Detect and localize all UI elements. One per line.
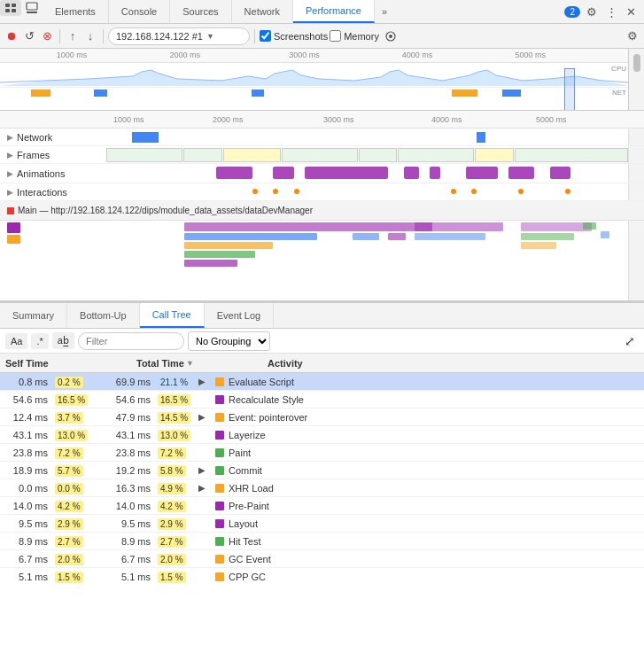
table-row[interactable]: 18.9 ms5.7 %19.2 ms5.8 %▶Commit <box>0 462 644 479</box>
filter-aa-button[interactable]: Aa <box>5 333 27 349</box>
screenshots-checkbox-label[interactable]: Screenshots <box>260 30 328 42</box>
total-time-ms: 23.8 ms <box>92 448 154 458</box>
call-tree-table: Self Time Total Time ▼ Activity 0.8 ms0.… <box>0 354 644 585</box>
table-row[interactable]: 6.7 ms2.0 %6.7 ms2.0 %GC Event <box>0 550 644 568</box>
track-network-label[interactable]: ▶ Network <box>0 132 106 143</box>
filter-case-button[interactable]: ab̲ <box>52 332 74 349</box>
expand-table-icon[interactable]: ⤢ <box>621 334 639 348</box>
more-tabs-button[interactable]: » <box>375 0 394 23</box>
settings-icon[interactable]: ⚙ <box>584 4 600 19</box>
th-self-time[interactable]: Self Time <box>0 358 131 369</box>
track-animations: ▶ Animations <box>0 164 644 183</box>
total-time-pct: 13.0 % <box>154 430 195 440</box>
address-bar[interactable]: 192.168.124.122 #1 ▼ <box>108 27 250 45</box>
reload-button[interactable]: ↺ <box>21 28 37 44</box>
track-interactions: ▶ Interactions <box>0 183 644 201</box>
th-total-time[interactable]: Total Time ▼ <box>131 358 262 369</box>
total-time-pct: 1.5 % <box>154 572 195 582</box>
activity-cell: Hit Test <box>195 536 644 547</box>
tab-call-tree[interactable]: Call Tree <box>140 303 205 328</box>
table-row[interactable]: 0.8 ms0.2 %69.9 ms21.1 %▶Evaluate Script <box>0 373 644 391</box>
detail-tick-1: 1000 ms <box>113 115 144 124</box>
th-activity[interactable]: Activity <box>262 358 633 369</box>
self-time-pct: 0.0 % <box>51 483 92 494</box>
dock-icon[interactable] <box>21 0 43 16</box>
close-icon[interactable]: ✕ <box>623 4 639 19</box>
main-thread-label: Main — http://192.168.124.122/dips/modul… <box>0 201 644 221</box>
table-row[interactable]: 54.6 ms16.5 %54.6 ms16.5 %Recalculate St… <box>0 391 644 409</box>
tab-summary[interactable]: Summary <box>0 303 67 328</box>
total-time-ms: 6.7 ms <box>92 554 154 564</box>
track-frames-label[interactable]: ▶ Frames <box>0 150 106 160</box>
activity-label: Recalculate Style <box>229 394 304 405</box>
activity-cell: Layout <box>195 518 644 529</box>
activity-color-dot <box>215 448 224 457</box>
svg-rect-13 <box>184 242 273 249</box>
activity-cell: CPP GC <box>195 572 644 582</box>
track-interactions-label[interactable]: ▶ Interactions <box>0 187 106 198</box>
filter-input[interactable] <box>78 332 184 350</box>
activity-color-dot <box>215 431 224 440</box>
tab-console[interactable]: Console <box>109 0 170 23</box>
table-row[interactable]: 23.8 ms7.2 %23.8 ms7.2 %Paint <box>0 444 644 462</box>
scrollbar-thumb[interactable] <box>633 54 640 72</box>
expand-icon[interactable]: ▶ <box>198 377 211 386</box>
expand-icon[interactable]: ▶ <box>198 465 211 475</box>
network-arrow-icon[interactable]: ▶ <box>7 133 13 142</box>
total-time-pct: 2.0 % <box>154 554 195 564</box>
int-dot-4 <box>451 189 456 194</box>
table-row[interactable]: 12.4 ms3.7 %47.9 ms14.5 %▶Event: pointer… <box>0 409 644 426</box>
table-row[interactable]: 14.0 ms4.2 %14.0 ms4.2 %Pre-Paint <box>0 497 644 515</box>
expand-icon[interactable]: ▶ <box>198 483 211 493</box>
svg-rect-21 <box>521 233 574 240</box>
memory-checkbox[interactable] <box>330 30 341 42</box>
expand-icon[interactable]: ▶ <box>198 412 211 422</box>
more-options-icon[interactable]: ⋮ <box>603 4 619 19</box>
activity-label: Commit <box>229 465 262 476</box>
screenshots-checkbox[interactable] <box>260 30 271 42</box>
tab-sources[interactable]: Sources <box>170 0 231 23</box>
animations-arrow-icon[interactable]: ▶ <box>7 169 13 178</box>
memory-label: Memory <box>344 31 379 42</box>
activity-color-dot <box>215 537 224 546</box>
flamegraph-scrollbar[interactable] <box>628 221 644 300</box>
table-row[interactable]: 8.9 ms2.7 %8.9 ms2.7 %Hit Test <box>0 533 644 550</box>
total-time-ms: 8.9 ms <box>92 536 154 547</box>
track-animations-label[interactable]: ▶ Animations <box>0 168 106 179</box>
ruler-tick-4: 4000 ms <box>402 51 433 59</box>
table-row[interactable]: 0.0 ms0.0 %16.3 ms4.9 %▶XHR Load <box>0 479 644 497</box>
download-button[interactable]: ↓ <box>82 28 98 44</box>
table-row[interactable]: 9.5 ms2.9 %9.5 ms2.9 %Layout <box>0 515 644 533</box>
devtools-icon[interactable] <box>0 0 21 16</box>
svg-rect-12 <box>184 233 317 240</box>
filter-regex-button[interactable]: .* <box>31 333 48 349</box>
tab-elements[interactable]: Elements <box>43 0 109 23</box>
upload-button[interactable]: ↑ <box>65 28 81 44</box>
svg-rect-19 <box>415 233 485 240</box>
tab-performance[interactable]: Performance <box>293 0 375 23</box>
frames-arrow-icon[interactable]: ▶ <box>7 151 13 160</box>
anim-bar-7 <box>508 167 534 179</box>
tab-event-log[interactable]: Event Log <box>205 303 275 328</box>
notification-badge[interactable]: 2 <box>564 6 580 18</box>
perf-settings-icon[interactable]: ⚙ <box>625 28 640 44</box>
table-body: 0.8 ms0.2 %69.9 ms21.1 %▶Evaluate Script… <box>0 373 644 585</box>
table-row[interactable]: 5.1 ms1.5 %5.1 ms1.5 %CPP GC <box>0 568 644 585</box>
interactions-arrow-icon[interactable]: ▶ <box>7 188 13 197</box>
stop-button[interactable]: ⊗ <box>39 28 55 44</box>
svg-rect-17 <box>388 233 406 240</box>
address-dropdown-icon[interactable]: ▼ <box>206 32 214 41</box>
record-button[interactable]: ⏺ <box>4 28 19 44</box>
activity-label: CPP GC <box>229 572 266 582</box>
activity-label: GC Event <box>229 554 271 564</box>
activity-cell: ▶Evaluate Script <box>195 377 644 387</box>
grouping-select[interactable]: No Grouping URL Domain <box>188 331 270 351</box>
tab-bottom-up[interactable]: Bottom-Up <box>67 303 140 328</box>
tab-network[interactable]: Network <box>232 0 293 23</box>
activity-cell: GC Event <box>195 554 644 564</box>
capture-settings-icon[interactable] <box>383 28 399 44</box>
timeline-scrollbar[interactable] <box>628 49 644 110</box>
table-row[interactable]: 43.1 ms13.0 %43.1 ms13.0 %Layerize <box>0 426 644 444</box>
self-time-pct: 2.9 % <box>51 518 92 529</box>
memory-checkbox-label[interactable]: Memory <box>330 30 379 42</box>
